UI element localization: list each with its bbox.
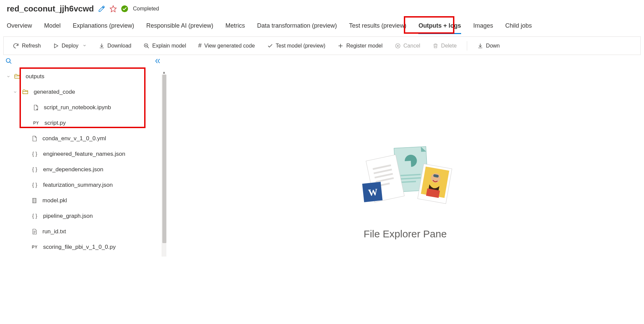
cancel-button: Cancel — [393, 41, 422, 50]
download-button[interactable]: Download — [97, 41, 133, 50]
py-icon: PY — [32, 121, 40, 125]
chevron-down-icon — [13, 90, 18, 94]
file-tree-sidebar: ▲ outputs generated_code sc — [0, 55, 166, 315]
folder-open-icon — [22, 89, 29, 95]
cancel-label: Cancel — [404, 43, 420, 49]
file-label: script_run_notebook.ipynb — [44, 104, 111, 111]
toolbar-separator — [467, 41, 467, 51]
file-label: featurization_summary.json — [43, 182, 113, 188]
register-label: Register model — [346, 43, 383, 49]
refresh-button[interactable]: Refresh — [10, 41, 43, 51]
tree-folder-generated-code[interactable]: generated_code — [0, 84, 166, 100]
tree-folder-outputs[interactable]: outputs — [0, 69, 166, 84]
file-label: scoring_file_pbi_v_1_0_0.py — [43, 244, 116, 251]
tab-test-results[interactable]: Test results (preview) — [349, 22, 406, 34]
toolbar: Refresh Deploy Download Explain model # … — [3, 36, 641, 55]
json-icon: { } — [31, 151, 38, 157]
tree-file-conda[interactable]: conda_env_v_1_0_0.yml — [0, 131, 166, 146]
testmodel-label: Test model (preview) — [276, 43, 326, 49]
search-icon[interactable] — [5, 58, 12, 65]
json-icon: { } — [31, 182, 38, 188]
tab-data-transformation[interactable]: Data transformation (preview) — [257, 22, 337, 34]
deploy-button[interactable]: Deploy — [51, 41, 89, 50]
svg-marker-2 — [55, 44, 58, 48]
folder-label: generated_code — [34, 89, 75, 95]
json-icon: { } — [31, 213, 38, 219]
svg-marker-0 — [110, 6, 116, 12]
svg-line-4 — [147, 47, 149, 48]
status-text: Completed — [133, 6, 159, 12]
view-code-button[interactable]: # View generated code — [196, 41, 257, 51]
tab-model[interactable]: Model — [44, 22, 61, 34]
file-label: env_dependencies.json — [43, 166, 103, 173]
file-icon — [31, 136, 38, 142]
tree-file-pipeline-graph[interactable]: { } pipeline_graph.json — [0, 208, 166, 224]
file-tree: outputs generated_code script_run_notebo… — [0, 67, 166, 255]
explain-label: Explain model — [152, 43, 186, 49]
download-all-button[interactable]: Down — [475, 41, 502, 50]
main-content: W File Explorer Pane — [166, 55, 644, 315]
file-icon — [32, 105, 39, 111]
tree-file-scoring[interactable]: PY scoring_file_pbi_v_1_0_0.py — [0, 239, 166, 255]
main-title: File Explorer Pane — [364, 228, 447, 240]
svg-rect-15 — [33, 198, 36, 203]
file-icon — [31, 198, 38, 204]
tree-file-engineered-features[interactable]: { } engineered_feature_names.json — [0, 146, 166, 162]
download2-label: Down — [486, 43, 500, 49]
chevron-down-icon — [6, 75, 11, 79]
tab-bar: Overview Model Explanations (preview) Re… — [0, 19, 644, 34]
job-header: red_coconut_jjh6vcwd Completed — [0, 0, 644, 19]
svg-point-14 — [36, 109, 37, 110]
register-model-button[interactable]: Register model — [335, 41, 385, 50]
svg-text:W: W — [368, 186, 378, 198]
job-title: red_coconut_jjh6vcwd — [7, 4, 94, 13]
file-label: engineered_feature_names.json — [43, 151, 125, 157]
py-icon: PY — [31, 245, 38, 249]
folder-label: outputs — [26, 73, 44, 80]
tree-file-notebook[interactable]: script_run_notebook.ipynb — [0, 100, 166, 115]
edit-icon[interactable] — [98, 5, 105, 12]
file-label: model.pkl — [42, 197, 67, 204]
collapse-icon[interactable] — [154, 58, 161, 65]
file-label: run_id.txt — [42, 228, 66, 235]
tree-file-featurization-summary[interactable]: { } featurization_summary.json — [0, 177, 166, 193]
delete-label: Delete — [441, 43, 457, 49]
deploy-label: Deploy — [62, 43, 78, 49]
test-model-button[interactable]: Test model (preview) — [265, 41, 328, 50]
tab-explanations[interactable]: Explanations (preview) — [73, 22, 134, 34]
file-icon — [31, 229, 38, 235]
tab-child-jobs[interactable]: Child jobs — [505, 22, 532, 34]
completed-icon — [121, 5, 128, 12]
tab-images[interactable]: Images — [473, 22, 493, 34]
file-label: pipeline_graph.json — [43, 213, 93, 219]
refresh-label: Refresh — [22, 43, 41, 49]
chevron-down-icon — [83, 43, 87, 49]
file-label: script.py — [44, 120, 66, 126]
json-icon: { } — [31, 167, 38, 173]
folder-open-icon — [13, 73, 21, 80]
star-icon[interactable] — [109, 5, 117, 12]
delete-button: Delete — [430, 41, 459, 50]
explain-model-button[interactable]: Explain model — [141, 41, 188, 50]
tab-metrics[interactable]: Metrics — [225, 22, 245, 34]
download-label: Download — [107, 43, 131, 49]
tab-outputs-logs[interactable]: Outputs + logs — [418, 22, 461, 34]
tree-file-run-id[interactable]: run_id.txt — [0, 224, 166, 239]
file-explorer-illustration: W — [351, 144, 459, 218]
svg-line-13 — [10, 62, 11, 64]
tree-file-script[interactable]: PY script.py — [0, 115, 166, 131]
svg-point-12 — [6, 59, 10, 63]
tree-file-model-pkl[interactable]: model.pkl — [0, 193, 166, 208]
tab-responsible-ai[interactable]: Responsible AI (preview) — [146, 22, 213, 34]
file-label: conda_env_v_1_0_0.yml — [42, 135, 106, 142]
tab-overview[interactable]: Overview — [7, 22, 32, 34]
viewcode-label: View generated code — [204, 43, 255, 49]
tree-file-env-dependencies[interactable]: { } env_dependencies.json — [0, 162, 166, 177]
hash-icon: # — [198, 42, 202, 49]
